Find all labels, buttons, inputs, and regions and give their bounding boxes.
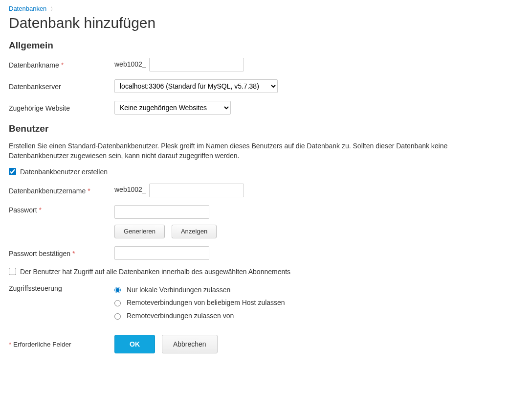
label-access-control: Zugriffssteuerung	[9, 283, 114, 292]
radio-from-host[interactable]	[114, 313, 121, 320]
required-fields-note: * Erforderliche Felder	[9, 341, 114, 348]
radio-local-only-label: Nur lokale Verbindungen zulassen	[127, 286, 230, 294]
show-password-button[interactable]: Anzeigen	[172, 225, 217, 238]
access-control-radio-group: Nur lokale Verbindungen zulassen Remotev…	[114, 283, 523, 323]
users-description: Erstellen Sie einen Standard-Datenbankbe…	[9, 141, 478, 161]
label-dbserver: Datenbankserver	[9, 82, 114, 91]
ok-button[interactable]: OK	[114, 335, 155, 353]
label-password-confirm: Passwort bestätigen *	[9, 249, 114, 257]
label-dbname: Datenbankname *	[9, 60, 114, 69]
password-input[interactable]	[114, 205, 209, 219]
page-title: Datenbank hinzufügen	[9, 15, 523, 31]
create-user-label: Datenbankbenutzer erstellen	[20, 168, 108, 176]
username-prefix: web1002_	[114, 186, 146, 193]
dbserver-select[interactable]: localhost:3306 (Standard für MySQL, v5.7…	[114, 79, 278, 93]
create-user-checkbox[interactable]	[9, 168, 16, 175]
access-all-checkbox[interactable]	[9, 268, 16, 275]
radio-any-host[interactable]	[114, 300, 121, 306]
dbname-input[interactable]	[149, 58, 244, 71]
section-heading-users: Benutzer	[9, 123, 523, 134]
label-website: Zugehörige Website	[9, 103, 114, 112]
radio-local-only[interactable]	[114, 287, 121, 293]
radio-from-host-label: Remoteverbindungen zulassen von	[127, 312, 234, 320]
generate-password-button[interactable]: Generieren	[114, 225, 165, 238]
password-confirm-input[interactable]	[114, 246, 209, 260]
website-select[interactable]: Keine zugehörigen Websites	[114, 101, 231, 115]
label-password: Passwort *	[9, 205, 114, 214]
breadcrumb: Datenbanken 〉	[9, 5, 523, 13]
section-heading-general: Allgemein	[9, 40, 523, 51]
dbname-prefix: web1002_	[114, 60, 146, 68]
username-input[interactable]	[149, 184, 244, 197]
radio-any-host-label: Remoteverbindungen von beliebigem Host z…	[127, 299, 285, 306]
label-username: Datenbankbenutzername *	[9, 186, 114, 195]
breadcrumb-link-databases[interactable]: Datenbanken	[9, 5, 46, 12]
cancel-button[interactable]: Abbrechen	[162, 335, 218, 353]
chevron-right-icon: 〉	[50, 6, 56, 12]
access-all-label: Der Benutzer hat Zugriff auf alle Datenb…	[20, 268, 290, 276]
